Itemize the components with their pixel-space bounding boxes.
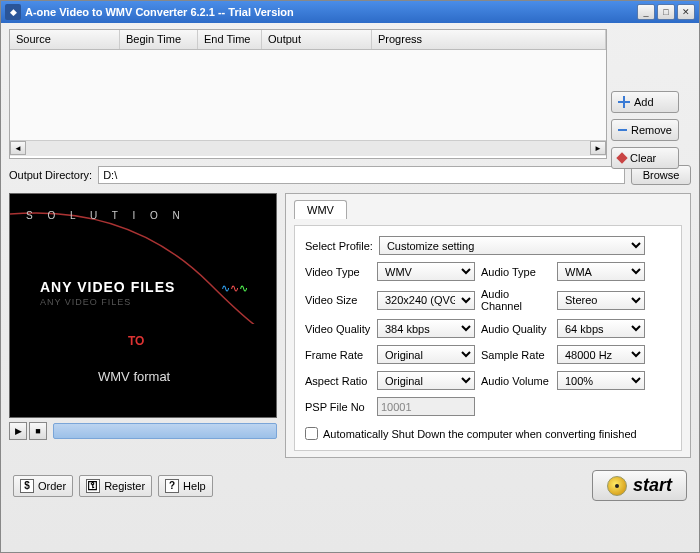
clear-label: Clear <box>630 152 656 164</box>
audio-type-select[interactable]: WMA <box>557 262 645 281</box>
settings-panel: WMV Select Profile: Customize setting Vi… <box>285 193 691 458</box>
scroll-track[interactable] <box>26 141 590 156</box>
scroll-right-icon[interactable]: ► <box>590 141 606 155</box>
audio-channel-label: Audio Channel <box>481 288 551 312</box>
col-begin-time[interactable]: Begin Time <box>120 30 198 49</box>
profile-select[interactable]: Customize setting <box>379 236 645 255</box>
video-quality-select[interactable]: 384 kbps <box>377 319 475 338</box>
col-end-time[interactable]: End Time <box>198 30 262 49</box>
register-button[interactable]: ⚿ Register <box>79 475 152 497</box>
window-title: A-one Video to WMV Converter 6.2.1 -- Tr… <box>25 6 637 18</box>
start-button[interactable]: start <box>592 470 687 501</box>
audio-quality-select[interactable]: 64 kbps <box>557 319 645 338</box>
aspect-ratio-select[interactable]: Original <box>377 371 475 390</box>
shutdown-label: Automatically Shut Down the computer whe… <box>323 428 637 440</box>
stop-button[interactable]: ■ <box>29 422 47 440</box>
audio-quality-label: Audio Quality <box>481 323 551 335</box>
app-icon: ◆ <box>5 4 21 20</box>
preview-video: S O L U T I O N ANY VIDEO FILES ANY VIDE… <box>9 193 277 418</box>
col-progress[interactable]: Progress <box>372 30 606 49</box>
scroll-left-icon[interactable]: ◄ <box>10 141 26 155</box>
sample-rate-label: Sample Rate <box>481 349 551 361</box>
remove-label: Remove <box>631 124 672 136</box>
file-list: Source Begin Time End Time Output Progre… <box>9 29 607 159</box>
output-dir-input[interactable] <box>98 166 625 184</box>
order-button[interactable]: $ Order <box>13 475 73 497</box>
psp-file-input[interactable] <box>377 397 475 416</box>
register-label: Register <box>104 480 145 492</box>
col-source[interactable]: Source <box>10 30 120 49</box>
aspect-ratio-label: Aspect Ratio <box>305 375 371 387</box>
video-quality-label: Video Quality <box>305 323 371 335</box>
audio-volume-label: Audio Volume <box>481 375 551 387</box>
help-button[interactable]: ? Help <box>158 475 213 497</box>
play-button[interactable]: ▶ <box>9 422 27 440</box>
frame-rate-label: Frame Rate <box>305 349 371 361</box>
minus-icon <box>618 129 627 131</box>
close-button[interactable]: ✕ <box>677 4 695 20</box>
clear-icon <box>616 152 627 163</box>
remove-button[interactable]: Remove <box>611 119 679 141</box>
audio-type-label: Audio Type <box>481 266 551 278</box>
preview-text-to: TO <box>128 334 144 348</box>
preview-text-solution: S O L U T I O N <box>26 210 186 221</box>
add-button[interactable]: Add <box>611 91 679 113</box>
wave-icon: ∿∿∿ <box>221 272 248 298</box>
question-icon: ? <box>165 479 179 493</box>
video-size-label: Video Size <box>305 294 371 306</box>
maximize-button[interactable]: □ <box>657 4 675 20</box>
disc-icon <box>607 476 627 496</box>
preview-text-format: WMV format <box>98 369 170 384</box>
h-scrollbar[interactable]: ◄ ► <box>10 140 606 156</box>
profile-label: Select Profile: <box>305 240 373 252</box>
tab-wmv[interactable]: WMV <box>294 200 347 219</box>
minimize-button[interactable]: _ <box>637 4 655 20</box>
clear-button[interactable]: Clear <box>611 147 679 169</box>
psp-file-label: PSP File No <box>305 401 371 413</box>
col-output[interactable]: Output <box>262 30 372 49</box>
titlebar: ◆ A-one Video to WMV Converter 6.2.1 -- … <box>1 1 699 23</box>
output-dir-label: Output Directory: <box>9 169 92 181</box>
audio-channel-select[interactable]: Stereo <box>557 291 645 310</box>
preview-text-anyfiles: ANY VIDEO FILES <box>40 279 175 295</box>
video-type-select[interactable]: WMV <box>377 262 475 281</box>
table-header: Source Begin Time End Time Output Progre… <box>10 30 606 50</box>
key-icon: ⚿ <box>86 479 100 493</box>
plus-icon <box>618 101 630 103</box>
video-size-select[interactable]: 320x240 (QVGA) <box>377 291 475 310</box>
sample-rate-select[interactable]: 48000 Hz <box>557 345 645 364</box>
add-label: Add <box>634 96 654 108</box>
audio-volume-select[interactable]: 100% <box>557 371 645 390</box>
shutdown-checkbox[interactable] <box>305 427 318 440</box>
order-label: Order <box>38 480 66 492</box>
video-type-label: Video Type <box>305 266 371 278</box>
start-label: start <box>633 475 672 496</box>
help-label: Help <box>183 480 206 492</box>
table-body[interactable] <box>10 50 606 140</box>
preview-text-reflection: ANY VIDEO FILES <box>40 297 131 307</box>
frame-rate-select[interactable]: Original <box>377 345 475 364</box>
dollar-icon: $ <box>20 479 34 493</box>
seek-slider[interactable] <box>53 423 277 439</box>
